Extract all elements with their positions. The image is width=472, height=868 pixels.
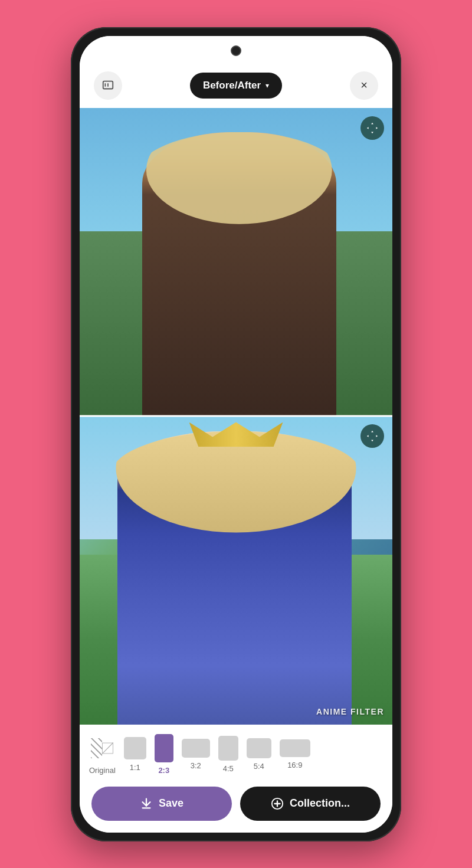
after-image-panel: ANIME FILTER <box>80 416 392 725</box>
aspect-original[interactable]: Original <box>89 734 116 775</box>
aspect-1-1-label: 1:1 <box>130 763 140 772</box>
aspect-ratio-bar: Original 1:1 2:3 3:2 4:5 5:4 <box>80 725 392 781</box>
aspect-16-9-label: 16:9 <box>287 761 302 769</box>
move-icon <box>366 122 379 135</box>
after-scene <box>80 416 392 725</box>
status-bar <box>80 36 392 65</box>
phone-screen: Before/After ▾ × <box>80 36 392 833</box>
collection-icon <box>271 797 284 810</box>
aspect-3-2-label: 3:2 <box>191 761 201 770</box>
images-area: ANIME FILTER <box>80 108 392 725</box>
menu-button[interactable] <box>94 71 122 100</box>
aspect-3-2[interactable]: 3:2 <box>182 739 210 770</box>
after-move-icon <box>366 430 379 443</box>
chevron-down-icon: ▾ <box>266 81 269 90</box>
aspect-16-9-icon <box>280 739 310 757</box>
aspect-5-4[interactable]: 5:4 <box>247 738 271 771</box>
action-bar: Save Collection... <box>80 781 392 833</box>
before-after-label: Before/After <box>203 80 261 91</box>
original-label: Original <box>89 766 116 775</box>
camera-icon <box>231 45 241 56</box>
aspect-5-4-label: 5:4 <box>254 762 264 771</box>
svg-line-3 <box>102 742 113 754</box>
close-icon: × <box>360 78 368 92</box>
image-divider <box>80 415 392 417</box>
aspect-5-4-icon <box>247 738 271 758</box>
before-scene <box>80 108 392 417</box>
close-button[interactable]: × <box>350 71 378 100</box>
aspect-4-5-label: 4:5 <box>223 764 234 773</box>
save-label: Save <box>159 797 183 810</box>
aspect-1-1[interactable]: 1:1 <box>124 737 146 772</box>
aspect-16-9[interactable]: 16:9 <box>280 739 310 769</box>
header: Before/After ▾ × <box>80 65 392 108</box>
collection-button[interactable]: Collection... <box>240 787 381 821</box>
aspect-2-3-icon <box>155 734 173 762</box>
aspect-3-2-icon <box>182 739 210 758</box>
before-image-panel <box>80 108 392 417</box>
anime-filter-label: ANIME FILTER <box>316 707 384 716</box>
before-after-dropdown[interactable]: Before/After ▾ <box>190 73 282 99</box>
aspect-1-1-icon <box>124 737 146 759</box>
save-icon <box>140 797 153 810</box>
aspect-2-3[interactable]: 2:3 <box>155 734 173 775</box>
phone-frame: Before/After ▾ × <box>71 27 401 841</box>
save-button[interactable]: Save <box>91 787 232 821</box>
aspect-2-3-label: 2:3 <box>158 766 169 775</box>
aspect-4-5[interactable]: 4:5 <box>218 736 238 773</box>
aspect-4-5-icon <box>218 736 238 761</box>
collection-label: Collection... <box>290 797 350 810</box>
before-move-button[interactable] <box>360 116 384 140</box>
original-icon <box>91 734 113 762</box>
after-move-button[interactable] <box>360 424 384 448</box>
